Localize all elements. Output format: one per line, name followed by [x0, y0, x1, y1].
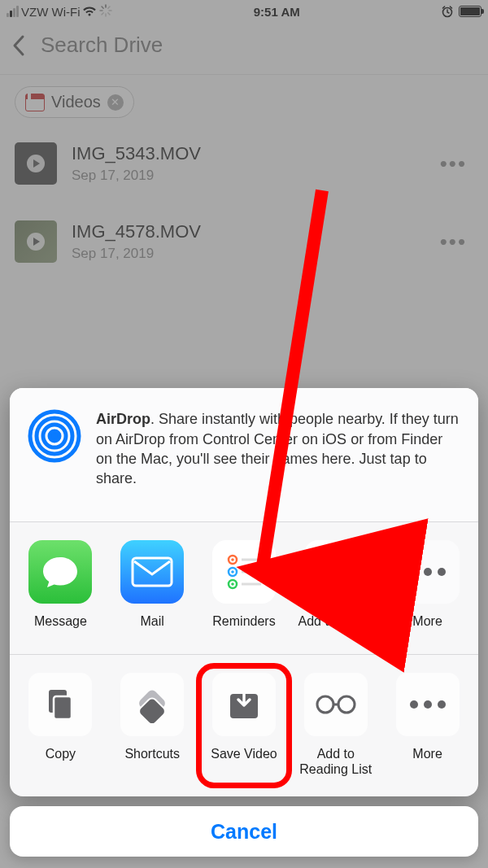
svg-point-29 — [338, 696, 355, 713]
cancel-button[interactable]: Cancel — [10, 806, 478, 857]
svg-point-9 — [50, 431, 59, 441]
action-shortcuts[interactable]: Shortcuts — [109, 673, 195, 777]
airdrop-icon — [28, 409, 81, 463]
copy-icon — [28, 673, 92, 736]
action-label: Add to Reading List — [293, 746, 379, 777]
share-target-reminders[interactable]: Reminders — [201, 540, 287, 644]
share-target-mail[interactable]: Mail — [109, 540, 195, 644]
share-target-notes[interactable]: Add to Notes — [293, 540, 379, 644]
share-target-message[interactable]: Message — [17, 540, 103, 644]
mail-app-icon — [120, 540, 184, 604]
action-savevideo[interactable]: Save Video — [201, 673, 287, 777]
share-target-label: Reminders — [212, 613, 275, 644]
readinglist-icon — [304, 673, 368, 736]
more-icon — [396, 540, 460, 604]
share-target-label: Mail — [141, 613, 164, 644]
share-targets-row: MessageMailRemindersAdd to NotesMore — [10, 522, 478, 655]
action-label: Copy — [46, 746, 76, 777]
share-target-label: More — [412, 613, 442, 644]
cancel-label: Cancel — [211, 820, 277, 844]
svg-point-15 — [231, 558, 234, 561]
share-sheet: AirDrop. Share instantly with people nea… — [10, 388, 478, 796]
svg-point-19 — [231, 582, 234, 586]
share-target-label: Message — [34, 613, 87, 644]
action-label: Save Video — [211, 746, 277, 777]
svg-point-28 — [317, 696, 333, 713]
action-copy[interactable]: Copy — [17, 673, 103, 777]
svg-point-17 — [231, 570, 234, 574]
action-readinglist[interactable]: Add to Reading List — [293, 673, 379, 777]
share-target-label: Add to Notes — [298, 613, 374, 644]
svg-rect-24 — [54, 696, 72, 719]
actions-row: CopyShortcutsSave VideoAdd to Reading Li… — [10, 655, 478, 796]
reminders-app-icon — [212, 540, 276, 604]
airdrop-section[interactable]: AirDrop. Share instantly with people nea… — [10, 388, 478, 521]
share-target-more[interactable]: More — [385, 540, 471, 644]
more-icon — [396, 673, 460, 736]
action-more[interactable]: More — [385, 673, 471, 777]
notes-app-icon — [304, 540, 368, 604]
action-label: Shortcuts — [124, 746, 180, 777]
airdrop-description: AirDrop. Share instantly with people nea… — [96, 409, 460, 488]
savevideo-icon — [212, 673, 276, 736]
shortcuts-icon — [120, 673, 184, 736]
svg-rect-13 — [133, 558, 172, 586]
action-label: More — [412, 746, 442, 777]
message-app-icon — [28, 540, 92, 604]
